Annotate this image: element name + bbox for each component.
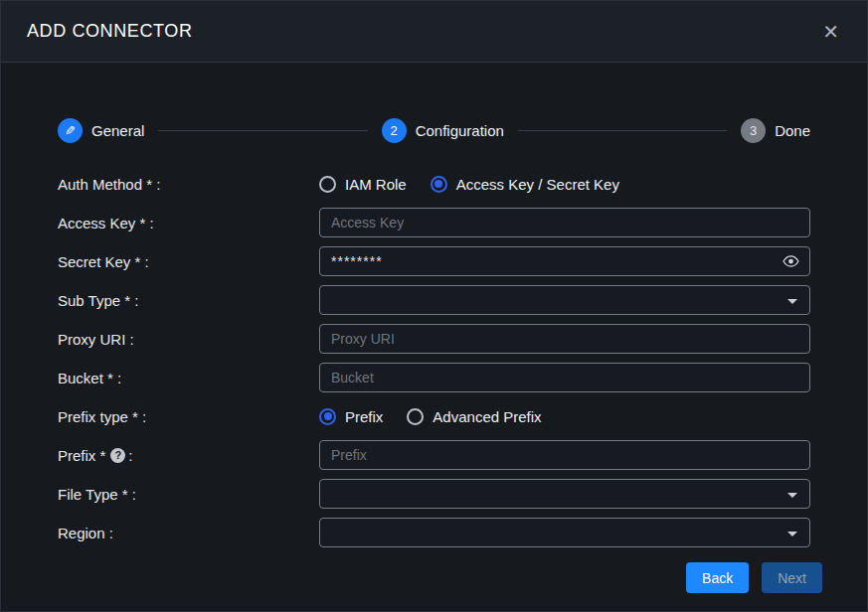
radio-prefix[interactable]: Prefix <box>319 408 383 425</box>
help-icon[interactable]: ? <box>110 448 125 463</box>
form-row-prefix-type: Prefix type * : Prefix Advanced Prefix <box>58 401 810 431</box>
chevron-down-icon <box>787 532 797 536</box>
chevron-down-icon <box>787 299 797 304</box>
radio-iam-role-label: IAM Role <box>345 176 407 193</box>
access-key-input[interactable] <box>319 208 810 237</box>
bucket-label: Bucket * : <box>58 370 319 386</box>
access-key-label: Access Key * : <box>58 215 319 231</box>
form-row-auth-method: Auth Method * : IAM Role Access Key / Se… <box>58 169 810 199</box>
form-row-prefix: Prefix * ? : <box>58 440 810 470</box>
access-key-control <box>319 208 810 237</box>
step-done-label: Done <box>775 122 810 139</box>
close-icon[interactable]: ✕ <box>822 22 839 42</box>
prefix-type-radio-group: Prefix Advanced Prefix <box>319 408 810 425</box>
stepper-line <box>158 130 367 131</box>
region-control <box>319 518 810 547</box>
footer: Back Next <box>1 562 822 593</box>
sub-type-control <box>319 285 810 315</box>
step-done-circle: 3 <box>741 118 766 143</box>
proxy-uri-label: Proxy URI : <box>58 331 319 348</box>
prefix-control <box>319 440 810 470</box>
connector-form: Auth Method * : IAM Role Access Key / Se… <box>58 169 810 556</box>
chevron-down-icon <box>787 493 797 498</box>
prefix-label: Prefix * ? : <box>58 447 319 464</box>
step-general-label: General <box>91 122 144 139</box>
step-configuration-label: Configuration <box>416 122 504 139</box>
radio-iam-role[interactable]: IAM Role <box>319 176 407 193</box>
eye-icon[interactable] <box>781 253 800 269</box>
secret-key-input[interactable] <box>319 246 810 276</box>
prefix-label-colon: : <box>128 447 132 464</box>
radio-access-key-secret-key[interactable]: Access Key / Secret Key <box>431 176 619 193</box>
auth-method-label: Auth Method * : <box>58 176 319 193</box>
region-select[interactable] <box>319 518 810 547</box>
step-done: 3 Done <box>741 118 810 143</box>
file-type-select[interactable] <box>319 479 810 509</box>
step-general-circle: ✎ <box>58 118 83 143</box>
prefix-type-label: Prefix type * : <box>58 408 319 425</box>
add-connector-modal: ADD CONNECTOR ✕ ✎ General 2 Configuratio… <box>0 0 868 612</box>
file-type-control <box>319 479 810 509</box>
file-type-label: File Type * : <box>58 486 319 503</box>
prefix-input[interactable] <box>319 440 810 470</box>
prefix-label-text: Prefix * <box>58 447 105 464</box>
form-row-access-key: Access Key * : <box>58 208 810 237</box>
stepper-line <box>518 130 727 131</box>
step-configuration-circle: 2 <box>382 118 407 143</box>
radio-circle-icon <box>431 176 447 193</box>
radio-circle-icon <box>319 176 336 193</box>
form-row-file-type: File Type * : <box>58 479 810 509</box>
auth-method-radio-group: IAM Role Access Key / Secret Key <box>319 176 810 193</box>
sub-type-select[interactable] <box>319 285 810 315</box>
page-title: ADD CONNECTOR <box>27 21 192 42</box>
radio-prefix-label: Prefix <box>345 408 383 425</box>
sub-type-label: Sub Type * : <box>58 292 319 309</box>
secret-key-control <box>319 246 810 276</box>
bucket-input[interactable] <box>319 363 810 392</box>
proxy-uri-control <box>319 324 810 354</box>
region-label: Region : <box>58 525 319 541</box>
step-configuration: 2 Configuration <box>382 118 504 143</box>
proxy-uri-input[interactable] <box>319 324 810 354</box>
secret-key-label: Secret Key * : <box>58 253 319 270</box>
radio-advanced-prefix[interactable]: Advanced Prefix <box>407 408 541 425</box>
modal-header: ADD CONNECTOR ✕ <box>1 1 867 63</box>
back-button[interactable]: Back <box>686 562 749 593</box>
step-general[interactable]: ✎ General <box>58 118 144 143</box>
next-button[interactable]: Next <box>762 562 822 593</box>
form-row-bucket: Bucket * : <box>58 363 810 392</box>
radio-advanced-prefix-label: Advanced Prefix <box>433 408 541 425</box>
bucket-control <box>319 363 810 392</box>
radio-circle-icon <box>407 408 424 425</box>
radio-circle-icon <box>319 408 336 425</box>
form-row-secret-key: Secret Key * : <box>58 246 810 276</box>
radio-access-key-label: Access Key / Secret Key <box>456 176 619 193</box>
form-row-proxy-uri: Proxy URI : <box>58 324 810 354</box>
form-row-region: Region : <box>58 518 810 547</box>
form-row-sub-type: Sub Type * : <box>58 285 810 315</box>
edit-icon: ✎ <box>65 123 76 138</box>
stepper: ✎ General 2 Configuration 3 Done <box>58 118 810 143</box>
